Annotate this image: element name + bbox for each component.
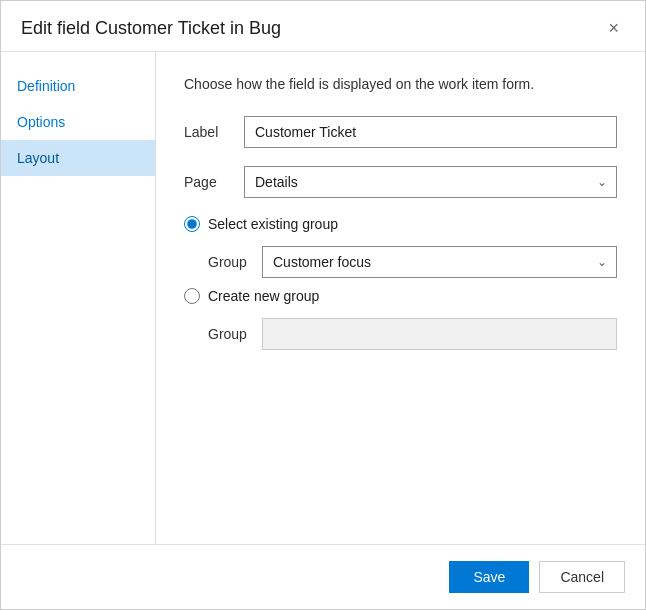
dialog-body: Definition Options Layout Choose how the… <box>1 52 645 544</box>
page-select[interactable]: Details <box>244 166 617 198</box>
label-field-label: Label <box>184 124 244 140</box>
group-select-wrapper: Customer focus ⌄ <box>262 246 617 278</box>
create-new-row: Create new group <box>184 288 617 304</box>
group-new-label: Group <box>208 326 262 342</box>
group-select[interactable]: Customer focus <box>262 246 617 278</box>
sidebar-item-definition[interactable]: Definition <box>1 68 155 104</box>
page-row: Page Details ⌄ <box>184 166 617 198</box>
sidebar: Definition Options Layout <box>1 52 156 544</box>
group-new-row: Group <box>208 318 617 350</box>
sidebar-item-layout[interactable]: Layout <box>1 140 155 176</box>
page-select-wrapper: Details ⌄ <box>244 166 617 198</box>
main-content: Choose how the field is displayed on the… <box>156 52 645 544</box>
dialog-header: Edit field Customer Ticket in Bug × <box>1 1 645 52</box>
cancel-button[interactable]: Cancel <box>539 561 625 593</box>
sidebar-item-options[interactable]: Options <box>1 104 155 140</box>
select-existing-row: Select existing group <box>184 216 617 232</box>
dialog-footer: Save Cancel <box>1 544 645 609</box>
select-existing-label[interactable]: Select existing group <box>208 216 338 232</box>
group-new-input <box>262 318 617 350</box>
form-description: Choose how the field is displayed on the… <box>184 76 617 92</box>
radio-section: Select existing group Group Customer foc… <box>184 216 617 350</box>
label-row: Label <box>184 116 617 148</box>
create-new-radio[interactable] <box>184 288 200 304</box>
edit-field-dialog: Edit field Customer Ticket in Bug × Defi… <box>0 0 646 610</box>
close-button[interactable]: × <box>602 17 625 39</box>
create-new-label[interactable]: Create new group <box>208 288 319 304</box>
save-button[interactable]: Save <box>449 561 529 593</box>
group-existing-row: Group Customer focus ⌄ <box>208 246 617 278</box>
label-input[interactable] <box>244 116 617 148</box>
select-existing-radio[interactable] <box>184 216 200 232</box>
group-existing-label: Group <box>208 254 262 270</box>
page-field-label: Page <box>184 174 244 190</box>
dialog-title: Edit field Customer Ticket in Bug <box>21 18 281 39</box>
